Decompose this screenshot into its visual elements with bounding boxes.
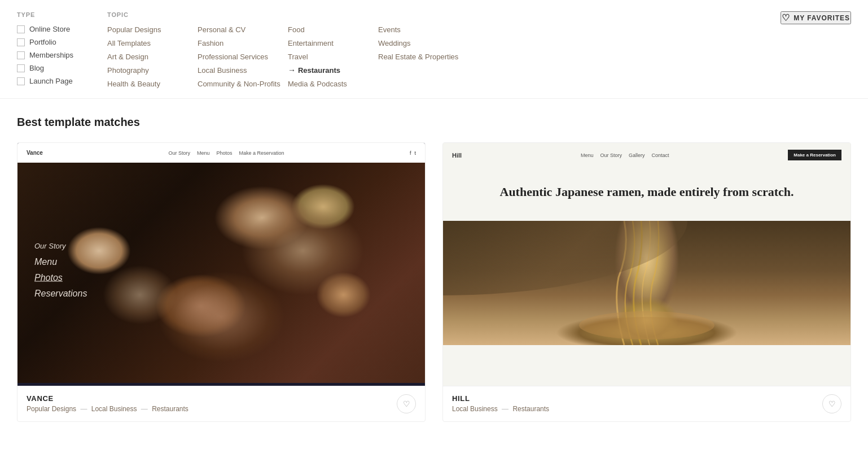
- main-content: Best template matches Vance Our Story Me…: [0, 99, 868, 439]
- hill-nav-our-story: Our Story: [600, 152, 622, 158]
- topic-popular-designs[interactable]: Popular Designs: [107, 25, 192, 34]
- hill-tag-sep: —: [502, 405, 510, 413]
- topic-media-podcasts[interactable]: Media & Podcasts: [288, 79, 372, 88]
- vance-nav-our-story: Our Story: [168, 150, 190, 156]
- svg-point-1: [585, 317, 709, 339]
- vance-nav-links: Our Story Menu Photos Make a Reservation: [168, 150, 284, 156]
- topic-link-food[interactable]: Food: [288, 25, 305, 34]
- topic-fashion[interactable]: Fashion: [198, 38, 282, 47]
- topic-link-fashion[interactable]: Fashion: [198, 39, 223, 47]
- filter-bar: TYPE Online Store Portfolio Memberships …: [0, 0, 868, 99]
- vance-favorite-button[interactable]: ♡: [397, 394, 416, 413]
- topic-link-events[interactable]: Events: [378, 25, 401, 34]
- type-checkbox-online-store[interactable]: [17, 25, 25, 33]
- vance-tag-local[interactable]: Local Business: [91, 405, 137, 413]
- hill-info: HILL Local Business — Restaurants ♡: [443, 386, 851, 421]
- topic-link-personal-cv[interactable]: Personal & CV: [198, 25, 246, 34]
- hill-name: HILL: [452, 394, 549, 403]
- hill-nav-menu: Menu: [581, 152, 594, 158]
- hill-favorite-button[interactable]: ♡: [822, 394, 841, 413]
- topic-column-2: Personal & CV Fashion Professional Servi…: [198, 25, 288, 93]
- hill-logo: Hill: [452, 152, 462, 159]
- type-checkbox-blog[interactable]: [17, 64, 25, 72]
- topic-link-real-estate[interactable]: Real Estate & Properties: [378, 53, 458, 61]
- topic-community-nonprofits[interactable]: Community & Non-Profits: [198, 79, 282, 88]
- type-list: Online Store Portfolio Memberships Blog …: [17, 25, 107, 85]
- hill-nav-links: Menu Our Story Gallery Contact: [581, 152, 669, 158]
- heart-icon: ♡: [782, 12, 790, 23]
- template-card-hill[interactable]: Hill Menu Our Story Gallery Contact Make…: [442, 142, 851, 422]
- type-filter: TYPE Online Store Portfolio Memberships …: [17, 11, 107, 90]
- hill-tag-local[interactable]: Local Business: [452, 405, 498, 413]
- topic-real-estate[interactable]: Real Estate & Properties: [378, 52, 463, 61]
- vance-nav: Vance Our Story Menu Photos Make a Reser…: [17, 143, 425, 163]
- type-item-blog[interactable]: Blog: [17, 64, 107, 72]
- topic-link-weddings[interactable]: Weddings: [378, 39, 411, 47]
- type-item-portfolio[interactable]: Portfolio: [17, 38, 107, 46]
- vance-item-our-story: Our Story: [34, 242, 87, 250]
- type-item-launch-page[interactable]: Launch Page: [17, 77, 107, 85]
- topic-events[interactable]: Events: [378, 25, 463, 34]
- type-checkbox-portfolio[interactable]: [17, 38, 25, 46]
- topic-column-3: Food Entertainment Travel Restaurants Me…: [288, 25, 378, 93]
- hill-cta-button[interactable]: Make a Reservation: [788, 150, 841, 160]
- hill-nav-gallery: Gallery: [629, 152, 645, 158]
- template-card-vance[interactable]: Vance Our Story Menu Photos Make a Reser…: [17, 142, 426, 422]
- topic-professional-services[interactable]: Professional Services: [198, 52, 282, 61]
- topic-all-templates[interactable]: All Templates: [107, 38, 192, 47]
- topic-link-local-business[interactable]: Local Business: [198, 66, 247, 75]
- vance-tag-sep-2: —: [141, 405, 150, 413]
- hill-tag-restaurants[interactable]: Restaurants: [512, 405, 549, 413]
- vance-nav-reservation: Make a Reservation: [239, 150, 284, 156]
- topic-restaurants[interactable]: Restaurants: [288, 66, 372, 75]
- topic-entertainment[interactable]: Entertainment: [288, 38, 372, 47]
- topic-travel[interactable]: Travel: [288, 52, 372, 61]
- topic-column-1: Popular Designs All Templates Art & Desi…: [107, 25, 198, 93]
- topic-local-business[interactable]: Local Business: [198, 66, 282, 75]
- topic-link-popular-designs[interactable]: Popular Designs: [107, 25, 161, 34]
- type-label-memberships: Memberships: [29, 51, 73, 59]
- topic-weddings[interactable]: Weddings: [378, 38, 463, 47]
- hill-preview: Hill Menu Our Story Gallery Contact Make…: [443, 143, 851, 386]
- topic-link-art-design[interactable]: Art & Design: [107, 53, 148, 61]
- topic-link-travel[interactable]: Travel: [288, 53, 308, 61]
- topic-link-restaurants[interactable]: Restaurants: [298, 66, 340, 75]
- topic-personal-cv[interactable]: Personal & CV: [198, 25, 282, 34]
- topic-food[interactable]: Food: [288, 25, 372, 34]
- vance-item-reservations: Reservations: [34, 289, 87, 299]
- type-item-memberships[interactable]: Memberships: [17, 51, 107, 59]
- topic-art-design[interactable]: Art & Design: [107, 52, 192, 61]
- topic-link-community[interactable]: Community & Non-Profits: [198, 80, 280, 88]
- topic-link-health-beauty[interactable]: Health & Beauty: [107, 80, 160, 88]
- vance-name: VANCE: [27, 394, 188, 403]
- type-item-online-store[interactable]: Online Store: [17, 25, 107, 33]
- twitter-icon: t: [414, 150, 416, 156]
- vance-tag-restaurants[interactable]: Restaurants: [152, 405, 188, 413]
- topic-photography[interactable]: Photography: [107, 66, 192, 75]
- vance-info: VANCE Popular Designs — Local Business —…: [17, 386, 425, 421]
- vance-details: VANCE Popular Designs — Local Business —…: [27, 394, 188, 413]
- section-title: Best template matches: [17, 116, 851, 129]
- topic-label: TOPIC: [107, 11, 851, 18]
- topic-link-professional-services[interactable]: Professional Services: [198, 53, 268, 61]
- vance-tags: Popular Designs — Local Business — Resta…: [27, 405, 188, 413]
- vance-logo: Vance: [27, 150, 43, 156]
- type-checkbox-memberships[interactable]: [17, 51, 25, 59]
- vance-tag-popular[interactable]: Popular Designs: [27, 405, 76, 413]
- hill-hero: Authentic Japanese ramen, made entirely …: [443, 167, 851, 221]
- vance-item-menu: Menu: [34, 257, 87, 267]
- topic-link-media[interactable]: Media & Podcasts: [288, 80, 347, 88]
- topic-filter: TOPIC Popular Designs All Templates Art …: [107, 11, 851, 93]
- topic-link-entertainment[interactable]: Entertainment: [288, 39, 334, 47]
- type-label-portfolio: Portfolio: [29, 38, 56, 46]
- topic-health-beauty[interactable]: Health & Beauty: [107, 79, 192, 88]
- hill-tags: Local Business — Restaurants: [452, 405, 549, 413]
- type-checkbox-launch-page[interactable]: [17, 77, 25, 85]
- type-label: TYPE: [17, 11, 107, 18]
- my-favorites-button[interactable]: ♡ MY FAVORITES: [781, 11, 851, 24]
- topic-link-photography[interactable]: Photography: [107, 66, 149, 75]
- hill-headline: Authentic Japanese ramen, made entirely …: [452, 184, 841, 201]
- vance-item-photos: Photos: [34, 273, 87, 283]
- hill-nav: Hill Menu Our Story Gallery Contact Make…: [443, 143, 851, 167]
- topic-link-all-templates[interactable]: All Templates: [107, 39, 151, 47]
